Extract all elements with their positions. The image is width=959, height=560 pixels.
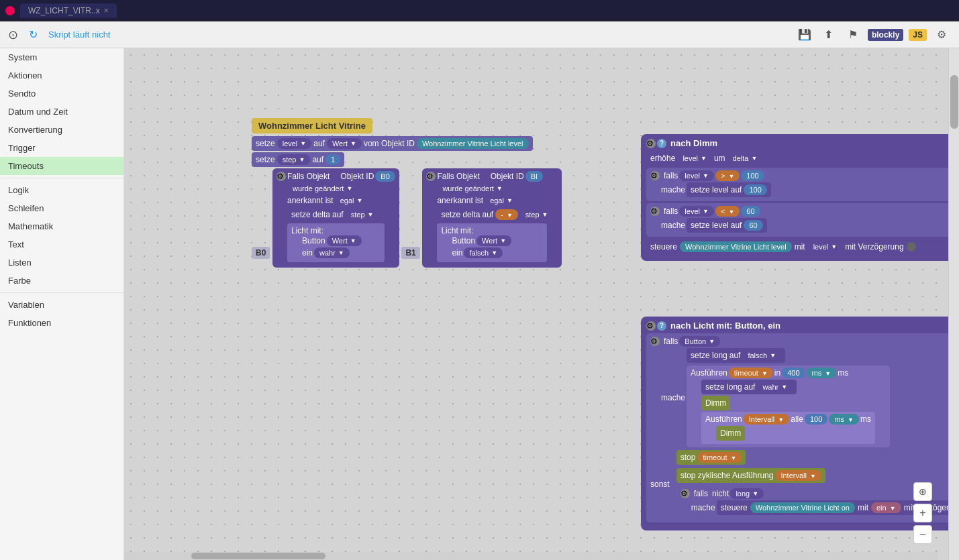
- val-100b[interactable]: 100: [744, 184, 766, 195]
- tab[interactable]: WZ_LICHT_VITR..x ×: [20, 3, 117, 18]
- q-dimm-icon[interactable]: ?: [657, 139, 666, 148]
- zoom-plus-btn[interactable]: +: [913, 504, 932, 522]
- timeout-stop-val[interactable]: timeout ▼: [697, 452, 742, 463]
- ausfuehren-timeout-block[interactable]: Ausführen timeout ▼ in 400 ms ▼ ms: [687, 366, 890, 447]
- gt-op[interactable]: > ▼: [715, 170, 740, 181]
- wahr-val[interactable]: wahr ▼: [314, 247, 350, 258]
- wert2-btn[interactable]: Wert ▼: [476, 235, 511, 246]
- setze-level-block[interactable]: setze level ▼ auf Wert ▼ vom Objekt ID W…: [252, 136, 533, 151]
- zoom-target-btn[interactable]: ⊕: [913, 482, 932, 501]
- step-var[interactable]: step ▼: [277, 154, 311, 165]
- close-button[interactable]: [5, 6, 15, 15]
- stop-zyklisch-block[interactable]: stop zyklische Ausführung Intervall ▼: [676, 468, 825, 483]
- stop-timeout-block[interactable]: stop timeout ▼: [676, 450, 746, 465]
- js-badge[interactable]: JS: [909, 29, 927, 41]
- falsch-val2[interactable]: falsch ▼: [742, 350, 781, 361]
- settings-icon[interactable]: ⚙: [932, 25, 951, 44]
- falls-button-block[interactable]: ⚙ falls Button ▼ mache setze long a: [646, 333, 948, 522]
- level-steuere-var[interactable]: level ▼: [808, 241, 843, 252]
- dimm2-block[interactable]: Dimm: [716, 426, 745, 441]
- long-var[interactable]: long ▼: [730, 488, 764, 499]
- timeout-ausfuehren-val[interactable]: timeout ▼: [729, 368, 773, 378]
- setze-delta2-block[interactable]: setze delta auf - ▼ step ▼: [437, 207, 557, 222]
- gear-dimm-icon[interactable]: ⚙: [646, 139, 656, 148]
- nach-dimm-block[interactable]: ⚙ ? nach Dimm erhöhe level ▼ um delta ▼: [641, 134, 948, 261]
- ausfuehren-intervall-block[interactable]: Ausführen Intervall ▼ alle 100 ms ▼ ms: [701, 412, 875, 444]
- wohnzimmer-vitrine2-id[interactable]: Wohnzimmer Vitrine Licht level: [680, 241, 792, 252]
- setze-step-block[interactable]: setze step ▼ auf 1: [252, 152, 344, 167]
- gear-icon-b0[interactable]: ⚙: [276, 172, 286, 181]
- gear-licht-icon[interactable]: ⚙: [646, 321, 656, 331]
- val-60[interactable]: 60: [741, 206, 760, 217]
- b0-id-val[interactable]: B0: [375, 171, 395, 182]
- wert-var[interactable]: Wert ▼: [327, 138, 362, 149]
- lt-op[interactable]: < ▼: [715, 206, 740, 217]
- wahr-val2[interactable]: wahr ▼: [757, 382, 793, 392]
- sidebar-item-schleifen[interactable]: Schleifen: [0, 199, 123, 217]
- sidebar-item-timeouts[interactable]: Timeouts: [0, 157, 123, 175]
- level-var[interactable]: level ▼: [277, 138, 312, 149]
- sidebar-item-system[interactable]: System: [0, 48, 123, 66]
- wurde-geaendert2-val[interactable]: wurde geändert ▼: [437, 183, 507, 194]
- intervall-stop-val[interactable]: Intervall ▼: [775, 470, 821, 481]
- tab-close[interactable]: ×: [104, 6, 109, 15]
- val-100-ms[interactable]: 100: [805, 414, 827, 425]
- val-100[interactable]: 100: [741, 170, 764, 181]
- erhoehe-block[interactable]: erhöhe level ▼ um delta ▼: [646, 151, 766, 166]
- sidebar-item-sendto[interactable]: Sendto: [0, 85, 123, 103]
- canvas[interactable]: Wohnzimmer Licht Vitrine setze level ▼ a…: [124, 48, 948, 560]
- step2-val[interactable]: step ▼: [520, 209, 554, 220]
- steuere-block[interactable]: steuere Wohnzimmer Vitrine Licht level m…: [646, 239, 920, 254]
- vertical-scrollbar[interactable]: [948, 48, 959, 560]
- egal2-val[interactable]: egal ▼: [485, 195, 518, 206]
- setze-long-true-block[interactable]: setze long auf wahr ▼: [701, 380, 797, 394]
- falsch-val[interactable]: falsch ▼: [464, 247, 503, 258]
- upload-icon[interactable]: ⬆: [819, 25, 838, 44]
- sidebar-item-text[interactable]: Text: [0, 235, 123, 254]
- ms-unit[interactable]: ms ▼: [807, 368, 837, 378]
- q-licht-icon[interactable]: ?: [657, 321, 666, 331]
- blockly-badge[interactable]: blockly: [868, 29, 903, 41]
- falls-objekt-b1[interactable]: ⚙ Falls Objekt Objekt ID BI wurde geände…: [422, 168, 561, 268]
- falls-gt-100[interactable]: ⚙ falls level ▼ > ▼ 100 mache setze leve…: [646, 168, 948, 201]
- nach-licht-block[interactable]: ⚙ ? nach Licht mit: Button, ein ⚙ falls …: [641, 317, 948, 530]
- level-gt-var[interactable]: level ▼: [679, 170, 714, 181]
- wert-btn[interactable]: Wert ▼: [327, 235, 362, 246]
- sidebar-item-mathematik[interactable]: Mathematik: [0, 217, 123, 235]
- setze-level-100-block[interactable]: setze level auf 100: [687, 182, 771, 197]
- licht-mit-b0[interactable]: Licht mit: Button Wert ▼ ein wahr ▼: [287, 223, 385, 262]
- intervall-val[interactable]: Intervall ▼: [744, 414, 790, 425]
- refresh-icon[interactable]: ↻: [29, 28, 38, 41]
- wohnzimmer-vitrine-id[interactable]: Wohnzimmer Vitrine Licht level: [417, 138, 529, 149]
- delta-erhoehe-var[interactable]: delta ▼: [727, 153, 763, 164]
- wohnzimmer-on-id[interactable]: Wohnzimmer Vitrine Licht on: [750, 502, 855, 513]
- egal-val[interactable]: egal ▼: [335, 195, 368, 206]
- sidebar-item-farbe[interactable]: Farbe: [0, 272, 123, 290]
- sidebar-item-variablen[interactable]: Variablen: [0, 296, 123, 314]
- level-erhoehe-var[interactable]: level ▼: [677, 153, 712, 164]
- dimm1-block[interactable]: Dimm: [701, 396, 730, 410]
- button-cond-var[interactable]: Button ▼: [679, 336, 720, 347]
- sidebar-item-funktionen[interactable]: Funktionen: [0, 314, 123, 332]
- licht-mit-b1[interactable]: Licht mit: Button Wert ▼ ein falsch ▼: [437, 223, 546, 262]
- sidebar-item-trigger[interactable]: Trigger: [0, 139, 123, 157]
- minus-val[interactable]: - ▼: [495, 209, 518, 220]
- gear-icon-b1[interactable]: ⚙: [426, 172, 436, 181]
- bi-id-val[interactable]: BI: [525, 171, 543, 182]
- level-lt-var[interactable]: level ▼: [679, 206, 714, 217]
- sidebar-item-aktionen[interactable]: Aktionen: [0, 66, 123, 85]
- val-60b[interactable]: 60: [744, 220, 762, 231]
- falls-lt-60[interactable]: ⚙ falls level ▼ < ▼ 60 mache setze level…: [646, 203, 948, 237]
- zoom-minus-btn[interactable]: −: [913, 525, 932, 544]
- save-icon[interactable]: 💾: [795, 25, 814, 44]
- sidebar-item-logik[interactable]: Logik: [0, 181, 123, 199]
- wurde-geaendert-val[interactable]: wurde geändert ▼: [287, 183, 358, 194]
- ein-final-var[interactable]: ein ▼: [871, 502, 901, 513]
- sidebar-item-konvertierung[interactable]: Konvertierung: [0, 121, 123, 139]
- hscroll-thumb[interactable]: [191, 553, 325, 559]
- val-400[interactable]: 400: [782, 368, 805, 378]
- sidebar-item-datum-und-zeit[interactable]: Datum und Zeit: [0, 103, 123, 121]
- falls-nicht-long-block[interactable]: ⚙ falls nicht long ▼ mache steuere: [676, 486, 948, 518]
- one-val[interactable]: 1: [325, 154, 340, 165]
- vscroll-thumb[interactable]: [950, 75, 958, 129]
